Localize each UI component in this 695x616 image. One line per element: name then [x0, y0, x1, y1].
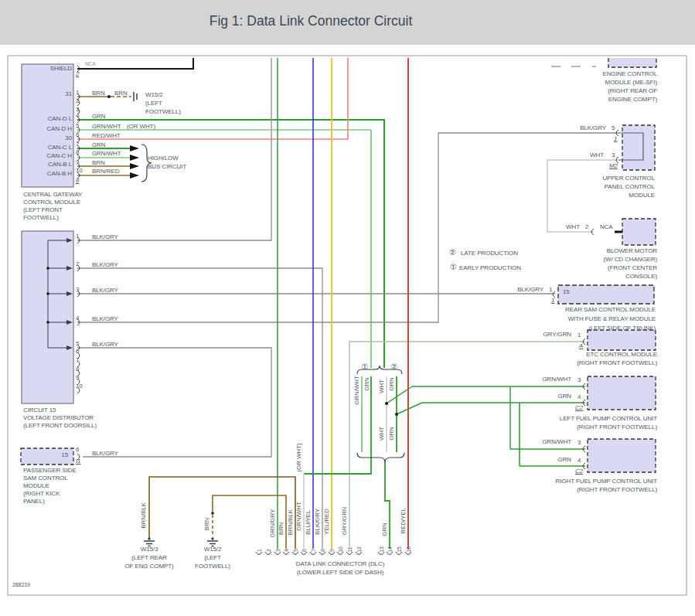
diagram-canvas: [0, 0, 695, 616]
ground-w153-icon: [148, 537, 150, 539]
box-right-fuel-pump-unit: [588, 439, 656, 472]
box-rear-sam-module: [558, 285, 654, 304]
box-engine-control-module: [608, 58, 656, 67]
box-central-gateway-module: [22, 64, 73, 187]
box-blower-motor: [622, 219, 656, 245]
box-passenger-sam-module: [21, 448, 73, 465]
box-etc-control-module: [588, 330, 656, 350]
ground-w152-icon: [211, 537, 213, 539]
diagram-border: [8, 56, 686, 595]
box-upper-control-panel-module: [622, 125, 655, 170]
wiring-diagram-page: Fig 1: Data Link Connector Circuit: [0, 0, 695, 616]
box-left-fuel-pump-unit: [588, 376, 656, 410]
